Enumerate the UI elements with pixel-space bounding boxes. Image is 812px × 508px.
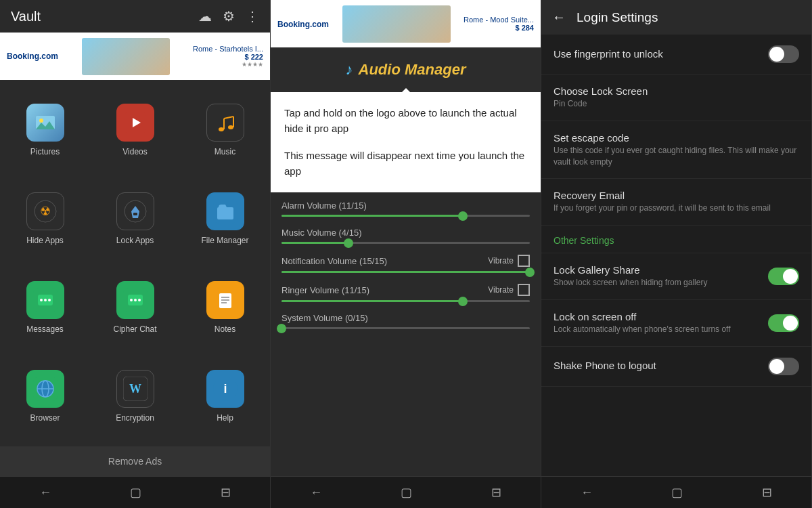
music-volume-track[interactable] [281,242,530,244]
settings-recent-nav-icon[interactable]: ⊟ [762,485,772,500]
settings-back-nav-icon[interactable]: ← [581,486,593,500]
recent-nav-icon[interactable]: ⊟ [221,485,231,500]
cipher-chat-icon [116,281,154,319]
settings-nav-bar: ← ▢ ⊟ [541,476,811,508]
system-volume-row: System Volume (0/15) [281,313,530,329]
vault-panel: Vault ☁ ⚙ ⋮ Booking.com Rome - Starhotel… [0,0,271,508]
settings-back-button[interactable]: ← [552,9,566,25]
escape-code-title: Set escape code [554,132,799,144]
lock-screen-title: Choose Lock Screen [554,85,799,97]
notes-icon [206,281,244,319]
ad-price: $ 222 [193,53,263,61]
cloud-icon[interactable]: ☁ [198,8,212,24]
ringer-vibrate-checkbox[interactable] [518,284,530,296]
grid-item-file-manager[interactable]: File Manager [180,174,270,263]
grid-item-browser[interactable]: Browser [0,352,90,441]
vault-header: Vault ☁ ⚙ ⋮ [0,0,270,33]
alarm-volume-track[interactable] [281,215,530,217]
back-nav-icon[interactable]: ← [39,486,51,500]
lock-screen-off-title: Lock on screen off [554,311,768,322]
grid-item-videos[interactable]: Videos [90,85,180,174]
settings-item-fingerprint[interactable]: Use fingerprint to unlock [541,35,811,75]
shake-logout-toggle[interactable] [768,358,799,375]
alarm-volume-label: Alarm Volume (11/15) [281,200,367,211]
grid-item-pictures[interactable]: Pictures [0,85,90,174]
system-volume-label: System Volume (0/15) [281,313,368,323]
gear-icon[interactable]: ⚙ [223,8,235,24]
audio-back-nav-icon[interactable]: ← [310,486,322,500]
browser-label: Browser [30,413,60,423]
cipher-chat-label: Cipher Chat [113,324,156,334]
notification-vibrate-box: Vibrate [488,255,530,267]
more-icon[interactable]: ⋮ [246,8,259,24]
lock-gallery-toggle[interactable] [768,268,799,285]
ringer-volume-track[interactable] [281,300,530,302]
svg-point-2 [39,119,43,123]
settings-item-lock-screen[interactable]: Choose Lock Screen Pin Code [541,75,811,121]
lock-screen-subtitle: Pin Code [554,98,799,110]
lock-screen-off-subtitle: Lock automatically when phone's screen t… [554,324,768,335]
ad-banner[interactable]: Booking.com Rome - Starhotels I... $ 222… [0,33,270,80]
shake-logout-title: Shake Phone to logout [554,360,768,371]
hide-apps-icon: ☢ [26,192,64,230]
music-icon [206,104,244,142]
svg-text:W: W [129,382,141,396]
grid-item-hide-apps[interactable]: ☢ Hide Apps [0,174,90,263]
grid-item-help[interactable]: i Help [180,352,270,441]
grid-item-lock-apps[interactable]: Lock Apps [90,174,180,263]
music-volume-thumb[interactable] [344,238,353,248]
notification-volume-row: Notification Volume (15/15) Vibrate [281,255,530,273]
volume-controls: Alarm Volume (11/15) Music Volume (4/15) [271,192,541,476]
settings-item-shake-logout[interactable]: Shake Phone to logout [541,347,811,387]
home-nav-icon[interactable]: ▢ [130,485,141,500]
audio-ad-banner[interactable]: Booking.com Rome - Mood Suite... $ 284 [271,0,541,47]
alarm-volume-thumb[interactable] [458,211,468,221]
ringer-vibrate-label: Vibrate [488,285,514,295]
grid-item-music[interactable]: Music [180,85,270,174]
settings-home-nav-icon[interactable]: ▢ [671,485,683,500]
notification-vibrate-checkbox[interactable] [518,255,530,267]
notification-volume-thumb[interactable] [525,268,535,277]
grid-item-cipher-chat[interactable]: Cipher Chat [90,263,180,352]
ringer-volume-fill [281,300,463,302]
grid-item-messages[interactable]: Messages [0,263,90,352]
vault-title: Vault [11,9,41,24]
help-icon: i [206,370,244,408]
settings-item-lock-screen-off[interactable]: Lock on screen off Lock automatically wh… [541,300,811,347]
ringer-volume-thumb[interactable] [458,297,468,306]
lock-screen-off-toggle[interactable] [768,314,799,332]
audio-home-nav-icon[interactable]: ▢ [401,485,412,500]
audio-manager-title: ♪ Audio Manager [346,61,466,79]
grid-item-notes[interactable]: Notes [180,263,270,352]
recovery-email-subtitle: If you forget your pin or password, it w… [554,203,799,214]
svg-point-26 [138,299,141,301]
audio-ad-image [342,5,451,43]
lock-apps-label: Lock Apps [116,236,154,245]
escape-code-subtitle: Use this code if you ever got caught hid… [554,145,799,168]
bubble-text-line2: This message will disappear next time yo… [284,148,527,179]
audio-ad-brand: Booking.com [277,20,329,29]
svg-point-7 [228,125,233,129]
settings-item-recovery-email[interactable]: Recovery Email If you forget your pin or… [541,179,811,226]
svg-text:☢: ☢ [40,205,51,218]
audio-recent-nav-icon[interactable]: ⊟ [491,485,501,500]
encryption-label: Encryption [116,413,154,423]
settings-item-escape-code[interactable]: Set escape code Use this code if you eve… [541,121,811,179]
lock-gallery-subtitle: Show lock screen when hiding from galler… [554,277,768,289]
messages-label: Messages [26,324,64,334]
music-volume-label: Music Volume (4/15) [281,228,362,238]
system-volume-thumb[interactable] [277,324,286,333]
vault-nav-bar: ← ▢ ⊟ [0,476,270,508]
fingerprint-toggle[interactable] [768,45,799,63]
grid-item-encryption[interactable]: W Encryption [90,352,180,441]
svg-rect-15 [133,213,137,215]
pictures-label: Pictures [30,147,60,156]
svg-point-6 [219,127,224,131]
ad-stars: ★★★★ [193,61,263,68]
other-settings-label: Other Settings [541,226,811,253]
system-volume-track[interactable] [281,327,530,329]
remove-ads-bar[interactable]: Remove Ads [0,446,270,476]
notification-volume-track[interactable] [281,271,530,273]
settings-title: Login Settings [577,10,658,25]
settings-item-lock-gallery[interactable]: Lock Gallery Share Show lock screen when… [541,253,811,300]
